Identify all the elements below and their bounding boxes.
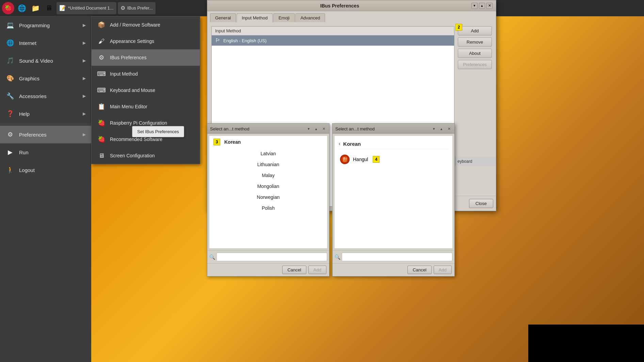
ibus-window-title: IBus Preferences: [211, 3, 469, 9]
sidebar-item-sound-video[interactable]: 🎵 Sound & Video ▶: [0, 52, 91, 69]
submenu-item-add-remove[interactable]: 📦 Add / Remove Software: [92, 17, 200, 33]
recommended-icon: 🍓: [97, 135, 106, 144]
dialog-2-search-input[interactable]: [342, 253, 452, 261]
document-app-icon: 📝: [59, 5, 66, 11]
internet-icon: 🌐: [5, 38, 15, 48]
taskbar-app-ibus[interactable]: ⚙ IBus Prefer...: [118, 2, 156, 14]
dialog-2-detail-panel: ‹ Korean 한 Hangul 4: [335, 136, 452, 248]
sidebar-item-internet[interactable]: 🌐 Internet ▶: [0, 34, 91, 52]
submenu-item-appearance[interactable]: 🖌 Appearance Settings: [92, 33, 200, 49]
tab-advanced[interactable]: Advanced: [295, 13, 325, 22]
dialog-1-item-norwegian[interactable]: Norwegian: [209, 192, 327, 203]
dialog-1-lithuanian-label: Lithuanian: [257, 162, 279, 167]
submenu-item-rpi-config-label: Raspberry Pi Configuration: [110, 120, 167, 126]
close-button-label: Close: [476, 201, 487, 206]
about-button[interactable]: About: [458, 49, 492, 58]
add-button[interactable]: 2 Add: [458, 26, 492, 35]
dialog-1-item-lithuanian[interactable]: Lithuanian: [209, 159, 327, 170]
dialog-1-maximize[interactable]: ▴: [313, 126, 319, 131]
ibus-app-icon: ⚙: [120, 5, 125, 11]
browser-icon[interactable]: 🌐: [16, 2, 28, 14]
sidebar-item-accessories[interactable]: 🔧 Accessories ▶: [0, 87, 91, 105]
tab-input-method[interactable]: Input Method: [237, 13, 273, 22]
sidebar-item-graphics[interactable]: 🎨 Graphics ▶: [0, 69, 91, 87]
sidebar-item-run[interactable]: ▶ Run: [0, 143, 91, 161]
dialog-1-add-button[interactable]: Add: [308, 266, 326, 274]
preferences-submenu: 📦 Add / Remove Software 🖌 Appearance Set…: [91, 16, 200, 164]
maximize-button[interactable]: ▴: [479, 3, 485, 9]
sidebar-item-preferences[interactable]: ⚙ Preferences ▶: [0, 126, 91, 143]
tab-advanced-label: Advanced: [301, 15, 320, 20]
close-button-bottom[interactable]: Close: [469, 199, 493, 208]
dialog-2-add-label: Add: [439, 267, 447, 272]
dialog-1-title: Select an...t method: [210, 126, 304, 131]
dialog-2-add-button[interactable]: Add: [434, 266, 452, 274]
preferences-icon: ⚙: [5, 130, 15, 139]
sidebar-item-sound-video-label: Sound & Video: [19, 58, 53, 64]
hangul-item[interactable]: 한 Hangul 4: [339, 152, 448, 167]
terminal-icon[interactable]: 🖥: [43, 2, 55, 14]
submenu-item-appearance-label: Appearance Settings: [110, 38, 154, 44]
sidebar-item-programming[interactable]: 💻 Programming ▶: [0, 16, 91, 34]
dialog-1-polish-label: Polish: [262, 205, 275, 211]
dialog-2-search-icon: 🔍: [335, 254, 340, 260]
dialog-1-cancel-button[interactable]: Cancel: [282, 266, 306, 274]
dialog-1-badge: 3: [213, 139, 220, 145]
tab-emoji-label: Emoji: [278, 15, 290, 20]
add-remove-icon: 📦: [97, 20, 106, 29]
minimize-button[interactable]: ▾: [471, 3, 478, 9]
submenu-item-screen[interactable]: 🖥 Screen Configuration: [92, 147, 200, 164]
taskbar-left: 🍓 🌐 📁 🖥 📝 *Untitled Document 1... ⚙ IBus…: [0, 2, 158, 14]
tab-general[interactable]: General: [210, 13, 236, 22]
dialog-1-item-latvian[interactable]: Latvian: [209, 148, 327, 159]
submenu-item-main-menu[interactable]: 📋 Main Menu Editor: [92, 98, 200, 115]
arrow-icon-graphics: ▶: [83, 76, 86, 81]
dialog-1-item-korean[interactable]: 3 Korean: [209, 136, 327, 148]
close-button[interactable]: ✕: [486, 3, 493, 9]
dialog-2-maximize[interactable]: ▴: [439, 126, 444, 131]
remove-button[interactable]: Remove: [458, 37, 492, 47]
raspberry-menu-button[interactable]: 🍓: [2, 2, 14, 14]
preferences-button[interactable]: Preferences: [458, 60, 492, 69]
arrow-icon-preferences: ▶: [83, 132, 86, 137]
about-button-label: About: [469, 51, 481, 56]
menu-separator-1: [0, 124, 91, 124]
keyboard-label: eyboard: [457, 159, 472, 164]
dialog-2-titlebar: Select an...t method ▾ ▴ ✕: [333, 124, 454, 134]
dialog-2-cancel-button[interactable]: Cancel: [407, 266, 431, 274]
submenu-item-add-remove-label: Add / Remove Software: [110, 22, 160, 28]
back-arrow-icon[interactable]: ‹: [339, 141, 340, 147]
ibus-icon: ⚙: [97, 53, 106, 62]
dialog-2-minimize[interactable]: ▾: [431, 126, 437, 131]
submenu-item-main-menu-label: Main Menu Editor: [110, 104, 147, 109]
taskbar-app-ibus-label: IBus Prefer...: [127, 5, 153, 11]
files-icon[interactable]: 📁: [29, 2, 42, 14]
dialog-1-item-mongolian[interactable]: Mongolian: [209, 181, 327, 192]
arrow-icon-help: ▶: [83, 111, 86, 116]
tab-emoji[interactable]: Emoji: [273, 13, 295, 22]
dialog-1-minimize[interactable]: ▾: [306, 126, 311, 131]
input-method-icon: ⌨: [97, 69, 106, 78]
sidebar-item-help[interactable]: ❓ Help ▶: [0, 105, 91, 123]
add-badge: 2: [455, 24, 462, 31]
dialog-1-item-malay[interactable]: Malay: [209, 170, 327, 181]
sidebar-item-logout[interactable]: 🚶 Logout: [0, 161, 91, 179]
dialog-1-search-icon: 🔍: [209, 254, 215, 260]
dialog-1-list: 3 Korean Latvian Lithuanian Malay Mongol…: [209, 136, 327, 248]
dialog-1-titlebar: Select an...t method ▾ ▴ ✕: [207, 124, 329, 134]
tooltip-label: Set IBus Preferences: [137, 129, 179, 134]
submenu-item-input-method[interactable]: ⌨ Input Method: [92, 66, 200, 82]
submenu-item-keyboard[interactable]: ⌨ Keyboard and Mouse: [92, 82, 200, 98]
list-header: Input Method: [212, 27, 454, 35]
dialog-1-item-polish[interactable]: Polish: [209, 203, 327, 214]
submenu-item-ibus[interactable]: ⚙ IBus Preferences: [92, 49, 200, 66]
list-row-english[interactable]: 🏳 English - English (US): [212, 35, 454, 46]
submenu-item-screen-label: Screen Configuration: [110, 153, 155, 158]
dialog-1-mongolian-label: Mongolian: [257, 184, 279, 189]
taskbar-app-document[interactable]: 📝 *Untitled Document 1...: [57, 2, 116, 14]
dialog-1-search-input[interactable]: [216, 253, 327, 261]
preferences-button-label: Preferences: [463, 62, 487, 67]
dialog-2-close[interactable]: ✕: [446, 126, 452, 131]
dialog-1-close[interactable]: ✕: [321, 126, 326, 131]
sidebar-item-accessories-label: Accessories: [19, 93, 47, 99]
